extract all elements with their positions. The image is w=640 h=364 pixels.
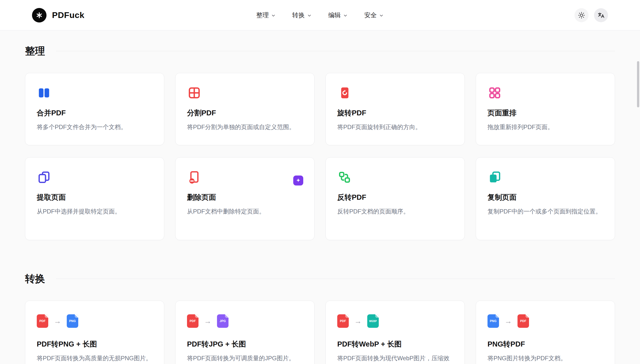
png-file-icon: PNG [488,314,499,328]
nav-item-edit[interactable]: 编辑 [328,11,348,19]
sparkle-icon [295,178,301,184]
nav-label: 整理 [256,11,269,19]
duplicate-pages-icon [488,170,502,184]
reverse-order-icon [337,170,352,184]
tool-card-pdf-to-png[interactable]: PDF → PNG PDF转PNG + 长图 将PDF页面转换为高质量的无损PN… [25,300,164,364]
tool-card-desc: 从PDF中选择并提取特定页面。 [37,207,152,216]
tool-card-split-pdf[interactable]: 分割PDF 将PDF分割为单独的页面或自定义范围。 [175,73,315,145]
section-convert: 转换 PDF → PNG PDF转PNG + 长图 将PDF页面转换为高质量的无… [25,273,615,364]
extract-pages-icon [37,170,51,184]
arrow-right-icon: → [204,317,211,325]
pdf-file-icon: PDF [37,314,48,328]
split-grid-icon [187,86,201,100]
tool-card-pdf-to-webp[interactable]: PDF → WEBP PDF转WebP + 长图 将PDF页面转换为现代WebP… [325,300,465,364]
tool-card-desc: 将PDF页面旋转到正确的方向。 [337,122,453,132]
tool-card-title: 分割PDF [187,108,303,118]
section-divider [56,278,615,279]
file-type-label: WEBP [369,320,377,322]
arrow-right-icon: → [54,317,61,325]
section-title: 转换 [25,273,45,284]
tool-card-desc: 复制PDF中的一个或多个页面到指定位置。 [488,207,603,216]
tool-card-desc: 将PDF页面转换为现代WebP图片，压缩效果更佳。 [337,354,453,364]
tool-card-title: 合并PDF [37,108,152,118]
tool-card-desc: 将PDF分割为单独的页面或自定义范围。 [187,122,303,132]
tool-card-desc: 将PNG图片转换为PDF文档。 [488,354,603,363]
tool-card-title: PDF转PNG + 长图 [37,339,152,349]
section-divider [56,51,615,51]
tool-card-desc: 将多个PDF文件合并为一个文档。 [37,122,152,132]
organize-card-grid: 合并PDF 将多个PDF文件合并为一个文档。 分割PDF 将PDF分割为单独的页… [25,73,615,240]
tool-card-title: 页面重排 [488,108,603,118]
chevron-down-icon [343,13,348,18]
arrow-right-icon: → [505,317,512,325]
reorder-grid-icon [488,86,502,100]
language-toggle-button[interactable] [594,8,608,22]
conversion-icons: PDF → WEBP [337,314,453,328]
file-type-label: JPG [220,319,226,323]
sun-icon [578,12,585,19]
conversion-icons: PNG → PDF [488,314,603,328]
jpg-file-icon: JPG [217,314,229,328]
theme-toggle-button[interactable] [574,8,588,22]
nav-label: 转换 [292,11,305,19]
png-file-icon: PNG [67,314,78,328]
tool-card-png-to-pdf[interactable]: PNG → PDF PNG转PDF 将PNG图片转换为PDF文档。 [476,300,615,364]
brand-name: PDFuck [52,10,85,20]
tool-card-title: PDF转JPG + 长图 [187,339,303,349]
delete-page-icon [187,170,201,184]
pdf-file-icon: PDF [337,314,349,328]
section-organize-header: 整理 [25,45,615,57]
feature-badge [293,176,303,186]
file-type-label: PNG [490,319,497,323]
file-type-label: PDF [40,319,46,323]
tool-card-reorder-pages[interactable]: 页面重排 拖放重新排列PDF页面。 [476,73,615,145]
file-type-label: PDF [520,319,527,323]
tool-card-rotate-pdf[interactable]: 旋转PDF 将PDF页面旋转到正确的方向。 [325,73,465,145]
section-organize: 整理 合并PDF 将多个PDF文件合并为一个文档。 [25,30,615,240]
rotate-page-icon [337,86,352,100]
tool-card-title: 删除页面 [187,192,303,202]
arrow-right-icon: → [354,317,362,325]
header-actions [574,8,608,22]
translate-icon [597,12,605,19]
convert-card-grid: PDF → PNG PDF转PNG + 长图 将PDF页面转换为高质量的无损PN… [25,300,615,364]
page-content: 整理 合并PDF 将多个PDF文件合并为一个文档。 [0,30,640,364]
nav-item-organize[interactable]: 整理 [256,11,276,19]
tool-card-duplicate-pages[interactable]: 复制页面 复制PDF中的一个或多个页面到指定位置。 [476,157,615,240]
scrollbar-track [636,0,640,364]
main-nav: 整理 转换 编辑 安全 [256,11,384,19]
chevron-down-icon [379,13,384,18]
tool-card-desc: 从PDF文档中删除特定页面。 [187,207,303,216]
file-type-label: PDF [340,319,346,323]
tool-card-title: 复制页面 [488,192,603,202]
file-type-label: PNG [69,319,76,323]
nav-item-security[interactable]: 安全 [364,11,384,19]
file-type-label: PDF [190,319,196,323]
tool-card-reverse-pdf[interactable]: 反转PDF 反转PDF文档的页面顺序。 [325,157,465,240]
scrollbar-thumb[interactable] [637,61,639,107]
app-logo [32,8,47,22]
tool-card-title: 提取页面 [37,192,152,202]
app-header: PDFuck 整理 转换 编辑 安全 [0,0,640,30]
tool-card-desc: 反转PDF文档的页面顺序。 [337,207,453,216]
merge-pages-icon [37,86,51,100]
tool-card-desc: 将PDF页面转换为可调质量的JPG图片。 [187,354,303,363]
chevron-down-icon [307,13,312,18]
conversion-icons: PDF → PNG [37,314,152,328]
nav-label: 安全 [364,11,377,19]
pdf-file-icon: PDF [518,314,529,328]
tool-card-merge-pdf[interactable]: 合并PDF 将多个PDF文件合并为一个文档。 [25,73,164,145]
section-title: 整理 [25,45,45,57]
brand[interactable]: PDFuck [32,8,85,22]
nav-item-convert[interactable]: 转换 [292,11,312,19]
chevron-down-icon [271,13,276,18]
tool-card-title: 旋转PDF [337,108,453,118]
tool-card-desc: 拖放重新排列PDF页面。 [488,122,603,132]
tool-card-delete-pages[interactable]: 删除页面 从PDF文档中删除特定页面。 [175,157,315,240]
tool-card-desc: 将PDF页面转换为高质量的无损PNG图片。 [37,354,152,363]
conversion-icons: PDF → JPG [187,314,303,328]
asterisk-icon [35,11,43,19]
tool-card-pdf-to-jpg[interactable]: PDF → JPG PDF转JPG + 长图 将PDF页面转换为可调质量的JPG… [175,300,315,364]
tool-card-extract-pages[interactable]: 提取页面 从PDF中选择并提取特定页面。 [25,157,164,240]
nav-label: 编辑 [328,11,341,19]
